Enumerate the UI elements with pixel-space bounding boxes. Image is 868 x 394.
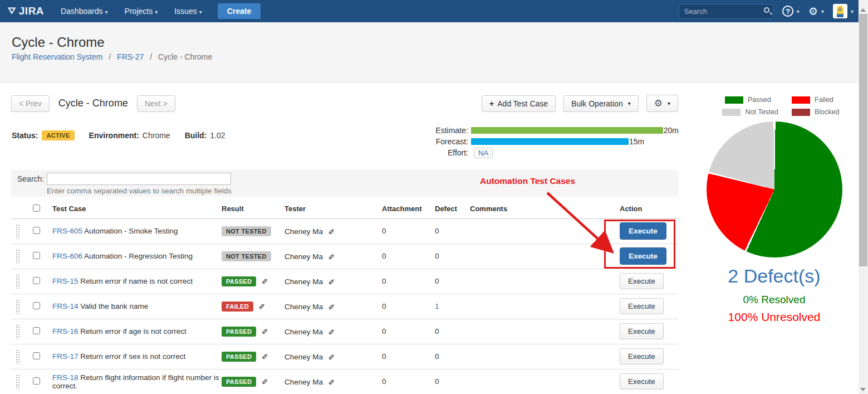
search-icon[interactable]: [764, 7, 769, 13]
row-checkbox[interactable]: [33, 252, 40, 259]
pencil-icon[interactable]: ✎: [262, 352, 268, 361]
pencil-icon[interactable]: ✎: [328, 377, 335, 386]
progress-block: Estimate: 20m Forecast: 15m Effort: NA: [434, 125, 679, 158]
legend-item: Not Tested: [703, 108, 778, 116]
create-button[interactable]: Create: [218, 3, 261, 19]
scroll-down-icon[interactable]: [860, 388, 866, 391]
test-case-key-link[interactable]: FRS-605: [52, 227, 82, 235]
attachment-count: 0: [382, 252, 386, 260]
row-checkbox[interactable]: [33, 227, 40, 234]
pencil-icon[interactable]: ✎: [328, 227, 335, 236]
search-label: Search:: [17, 174, 44, 183]
table-header-row: Test Case Result Tester Attachment Defec…: [11, 200, 678, 218]
chevron-down-icon: ▾: [797, 8, 800, 14]
forecast-row: Forecast: 15m: [434, 136, 679, 147]
execute-button[interactable]: Execute: [620, 222, 666, 240]
jira-logo[interactable]: ⛛ JIRA: [8, 5, 44, 17]
page-header: Cycle - Chrome Flight Reservation System…: [0, 22, 868, 84]
attachment-count: 0: [382, 277, 386, 285]
pencil-icon[interactable]: ✎: [328, 302, 335, 311]
execute-button[interactable]: Execute: [620, 323, 664, 339]
execute-button[interactable]: Execute: [620, 298, 664, 314]
defect-count: 0: [435, 327, 439, 335]
header-attachment: Attachment: [382, 200, 435, 218]
header-result: Result: [222, 200, 285, 218]
drag-handle-icon[interactable]: [16, 249, 21, 264]
test-case-key-link[interactable]: FRS-16: [52, 327, 79, 335]
test-case-key-link[interactable]: FRS-18: [52, 373, 79, 382]
estimate-label: Estimate:: [434, 126, 468, 135]
test-case-title: Return error if sex is not correct: [80, 352, 185, 361]
top-navigation-bar: ⛛ JIRA Dashboards▾ Projects▾ Issues▾ Cre…: [0, 0, 868, 22]
drag-handle-icon[interactable]: [16, 299, 21, 314]
tester-name: Cheney Ma: [285, 378, 323, 386]
row-checkbox[interactable]: [33, 302, 40, 309]
test-case-key-link[interactable]: FRS-15: [52, 277, 79, 285]
select-all-checkbox[interactable]: [33, 205, 40, 212]
gear-icon[interactable]: ⚙: [808, 6, 818, 17]
comments-cell: [470, 294, 620, 319]
cycle-settings-button[interactable]: ⚙ ▾: [646, 95, 678, 112]
prev-button[interactable]: < Prev: [11, 95, 50, 112]
search-input[interactable]: [679, 4, 773, 19]
test-case-key-link[interactable]: FRS-606: [52, 252, 82, 260]
legend-label: Failed: [815, 96, 845, 104]
forecast-bar: [471, 138, 629, 145]
bulk-operation-button[interactable]: Bulk Operation ▾: [563, 95, 639, 112]
pencil-icon[interactable]: ✎: [262, 377, 268, 386]
drag-handle-icon[interactable]: [16, 349, 21, 364]
vertical-scrollbar[interactable]: [859, 0, 868, 394]
test-case-table: Test Case Result Tester Attachment Defec…: [11, 200, 678, 394]
nav-item-projects[interactable]: Projects▾: [125, 7, 158, 16]
drag-handle-icon[interactable]: [16, 324, 21, 339]
pencil-icon[interactable]: ✎: [328, 252, 335, 261]
legend-label: Not Tested: [745, 108, 778, 116]
attachment-count: 0: [382, 327, 386, 335]
execute-button[interactable]: Execute: [620, 273, 664, 289]
scrollbar-thumb[interactable]: [859, 14, 867, 266]
toolbar-actions: + Add Test Case Bulk Operation ▾ ⚙ ▾: [482, 95, 678, 112]
help-icon[interactable]: ?: [782, 6, 793, 17]
effort-value[interactable]: NA: [474, 148, 493, 158]
row-checkbox[interactable]: [33, 377, 40, 385]
nav-item-issues[interactable]: Issues▾: [174, 7, 202, 16]
pencil-icon[interactable]: ✎: [328, 352, 335, 361]
result-badge: FAILED: [222, 301, 253, 312]
chevron-down-icon: ▾: [851, 8, 854, 14]
table-row: FRS-14 Valid the bank name FAILED ✎ Chen…: [11, 294, 678, 319]
breadcrumb-issue-link[interactable]: FRS-27: [117, 52, 144, 61]
header-comments: Comments: [470, 200, 620, 218]
chevron-down-icon: ▾: [668, 100, 670, 106]
drag-handle-icon[interactable]: [16, 224, 21, 239]
breadcrumb-project-link[interactable]: Flight Reservation System: [12, 52, 102, 61]
avatar-image: [837, 6, 844, 17]
execute-button[interactable]: Execute: [620, 373, 664, 390]
scroll-up-icon[interactable]: [860, 8, 866, 12]
row-checkbox[interactable]: [33, 352, 40, 359]
drag-handle-icon[interactable]: [16, 374, 21, 389]
next-button[interactable]: Next >: [137, 95, 175, 112]
row-checkbox[interactable]: [33, 327, 40, 334]
nav-item-dashboards[interactable]: Dashboards▾: [61, 7, 108, 16]
pencil-icon[interactable]: ✎: [328, 327, 335, 336]
pencil-icon[interactable]: ✎: [262, 276, 268, 285]
pencil-icon[interactable]: ✎: [328, 277, 335, 286]
row-checkbox[interactable]: [33, 277, 40, 284]
comments-cell: [470, 218, 620, 244]
execute-button[interactable]: Execute: [620, 348, 664, 364]
execute-button[interactable]: Execute: [620, 247, 666, 265]
test-case-key-link[interactable]: FRS-17: [52, 352, 79, 361]
pencil-icon[interactable]: ✎: [259, 301, 266, 310]
chevron-down-icon: ▾: [628, 100, 631, 106]
avatar[interactable]: [833, 4, 847, 18]
table-search-input[interactable]: [47, 173, 231, 185]
breadcrumb-current: Cycle - Chrome: [158, 52, 212, 61]
add-test-case-button[interactable]: + Add Test Case: [482, 95, 556, 112]
nav-right-cluster: ? ▾ ⚙ ▾ ▾: [679, 4, 854, 19]
pencil-icon[interactable]: ✎: [262, 327, 268, 335]
legend-swatch: [725, 96, 743, 104]
drag-handle-icon[interactable]: [16, 274, 21, 289]
legend-label: Passed: [748, 96, 778, 104]
estimate-row: Estimate: 20m: [434, 125, 679, 136]
test-case-key-link[interactable]: FRS-14: [52, 302, 79, 310]
